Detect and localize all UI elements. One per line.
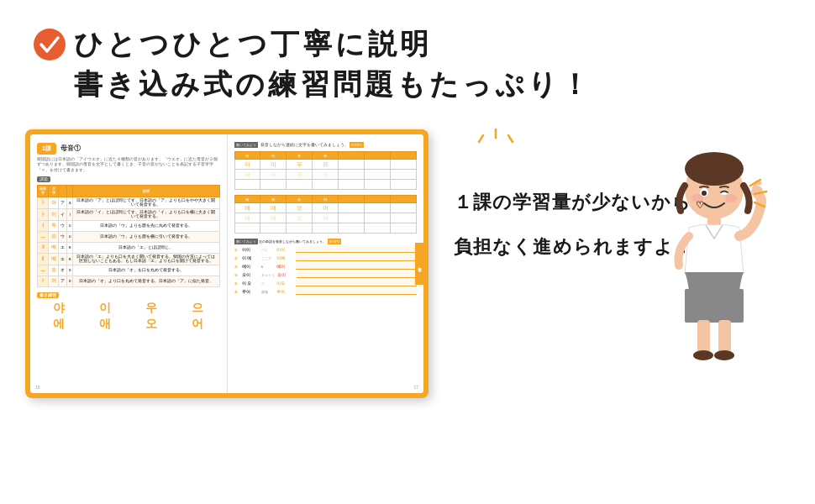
svg-point-15 — [693, 350, 713, 360]
svg-line-2 — [508, 135, 513, 142]
practice-label: 書き練習 — [37, 292, 59, 298]
writing-grid-2: 에 애 오 어 에 애 — [234, 195, 418, 234]
word-label: 書いてみよう — [234, 239, 258, 244]
step2-label: STEP2 — [328, 239, 342, 244]
table-row: ㅓ 우 ウ u 日本語の「ウ」よりも唇を先に丸めて発音する。 — [38, 220, 220, 231]
table-header-3 — [58, 185, 66, 197]
writing-instruction: 書いてみよう 発音しながら連続に文字を書いてみましょう。 STEP1 — [234, 143, 418, 148]
svg-rect-13 — [697, 320, 710, 354]
word-row: ③ 에이 A 에이 — [234, 263, 418, 270]
table-header-2: 文字 — [49, 185, 58, 197]
table-row: ㅗ 오 オ o 日本語の「オ」を口を丸めて発音する。 — [38, 265, 220, 276]
right-content: １課の学習量が少ないから 負担なく進められますよ！ — [454, 129, 790, 277]
table-header-4 — [66, 185, 73, 197]
word-row: ⑤ 이 오 二 이오 — [234, 280, 418, 286]
page-description: 韓国語には日本語の「アイウエオ」に近た４種類の音があります。「ウエオ」に近た母音… — [37, 157, 220, 173]
grid-header — [391, 152, 417, 160]
word-row: ② 이 에 ここで 이에 — [234, 255, 418, 261]
vowel-table: 母音字 文字 説明 ㅏ 아 ア — [37, 185, 220, 287]
writing-grid: 아 이 우 으 아 이 — [234, 151, 418, 190]
table-row: ㅔ 에 エ e 日本語の「エ」とほぼ同じ。 — [38, 242, 220, 253]
grid-header — [365, 152, 391, 160]
main-content: 1課 母音① 韓国語には日本語の「アイウエオ」に近た４種類の音があります。「ウエ… — [0, 129, 815, 398]
pchar: 이 — [83, 301, 128, 315]
book-container: 1課 母音① 韓国語には日本語の「アイウエオ」に近た４種類の音があります。「ウエ… — [25, 129, 437, 398]
pchar: 야 — [37, 301, 82, 315]
svg-rect-14 — [718, 320, 731, 354]
table-row: ㅐ 애 エ e 日本語の「エ」よりも口を大きく開いて発音する。韓国の方言によって… — [38, 253, 220, 265]
pchar: 애 — [83, 317, 128, 331]
grid-header: 아 — [234, 152, 260, 160]
svg-point-8 — [702, 191, 707, 196]
table-row: ㅏ 아 ア a 日本語の「ア」とほぼ同じてす。日本語の「ア」よりも口をやや大きく… — [38, 197, 220, 208]
practice-section: 書き練習 야 이 우 으 에 애 오 어 — [37, 292, 220, 331]
grid-header: 애 — [260, 196, 287, 203]
teacher-svg: ♡ — [630, 139, 798, 391]
title-row1: ひとつひとつ丁寧に説明 — [34, 25, 781, 64]
pchar: 에 — [37, 317, 82, 331]
checkmark-icon — [34, 29, 66, 60]
pchar: 으 — [176, 301, 220, 315]
grid-header — [339, 152, 365, 160]
grid-header — [339, 196, 365, 203]
grid-header: 에 — [234, 196, 260, 203]
header-section: ひとつひとつ丁寧に説明 書き込み式の練習問題もたっぷり！ — [0, 0, 815, 129]
table-row: ㅑ 이 イ i 日本語の「イ」とほぼ同じてす。日本語の「イ」よりも口を横に大きく… — [38, 208, 220, 220]
page-num-left: 16 — [35, 385, 40, 390]
word-section-label: 書いてみよう 次の単語を発音しながら書いてみましょう。 STEP2 — [234, 239, 418, 244]
svg-point-16 — [714, 350, 734, 360]
character-illustration: ♡ — [630, 139, 798, 395]
step-label: STEP1 — [350, 142, 364, 148]
grid-header: 오 — [287, 196, 313, 203]
grid-header — [365, 196, 391, 203]
book-tab: 母音 — [415, 243, 423, 285]
page-left: 1課 母音① 韓国語には日本語の「アイウエオ」に近た４種類の音があります。「ウエ… — [30, 134, 228, 393]
table-header-1: 母音字 — [38, 185, 49, 197]
word-row: ④ 오이 きゅうり 오이 — [234, 271, 418, 278]
grid-header — [391, 196, 417, 203]
lesson-badge: 1課 母音① — [37, 143, 220, 157]
grid-row — [234, 223, 417, 234]
grid-row — [234, 180, 417, 190]
spark-lines — [471, 125, 521, 167]
word-row: ① 이이 つく 이이 — [234, 246, 418, 253]
grid-row: 아 이 우 으 — [234, 160, 417, 170]
grid-row: 에 애 오 어 — [234, 213, 417, 223]
word-instruction: 次の単語を発音しながら書いてみましょう。 — [259, 239, 326, 244]
svg-point-10 — [725, 194, 737, 202]
grid-row: 에 애 오 어 — [234, 203, 417, 213]
practice-chars: 야 이 우 으 에 애 오 어 — [37, 301, 220, 331]
right-label: 書いてみよう — [234, 142, 258, 148]
page-right: 書いてみよう 発音しながら連続に文字を書いてみましょう。 STEP1 아 이 우… — [228, 134, 424, 393]
svg-point-5 — [685, 152, 744, 186]
svg-line-3 — [479, 135, 483, 142]
svg-rect-12 — [685, 289, 744, 323]
grid-row: 아 이 우 으 — [234, 170, 417, 180]
title-line1: ひとつひとつ丁寧に説明 — [74, 25, 432, 64]
table-header-5: 説明 — [73, 185, 219, 197]
lesson-title: 母音① — [60, 144, 81, 152]
page-num-right: 17 — [413, 385, 418, 390]
grid-header: 어 — [313, 196, 339, 203]
book-wrapper: 1課 母音① 韓国語には日本語の「アイウエオ」に近た４種類の音があります。「ウエ… — [25, 129, 429, 398]
table-row: ㅡ 으 ウ u 日本語の「ウ」よりも唇を横に引いて発音する。 — [38, 231, 220, 242]
word-practice: 書いてみよう 次の単語を発音しながら書いてみましょう。 STEP2 ① 이이 つ… — [234, 239, 418, 295]
word-row: ⑥ 우아 優雅 우아 — [234, 288, 418, 295]
grid-header: 우 — [287, 152, 313, 160]
title-line2: 書き込み式の練習問題もたっぷり！ — [34, 66, 781, 104]
grid-header: 이 — [260, 152, 287, 160]
pchar: 어 — [176, 317, 220, 331]
pchar: 우 — [129, 301, 174, 315]
svg-text:♡: ♡ — [696, 200, 704, 210]
grid-header: 으 — [313, 152, 339, 160]
table-row: ㅏ 어 ア o 日本語の「オ」より口を丸めて発音する。日本語の「ア」に似た発音。 — [38, 276, 220, 286]
pchar: 오 — [129, 317, 174, 331]
section-label: 課題 — [37, 176, 50, 182]
svg-point-0 — [34, 29, 66, 60]
book-inner: 1課 母音① 韓国語には日本語の「アイウエオ」に近た４種類の音があります。「ウエ… — [30, 134, 423, 393]
